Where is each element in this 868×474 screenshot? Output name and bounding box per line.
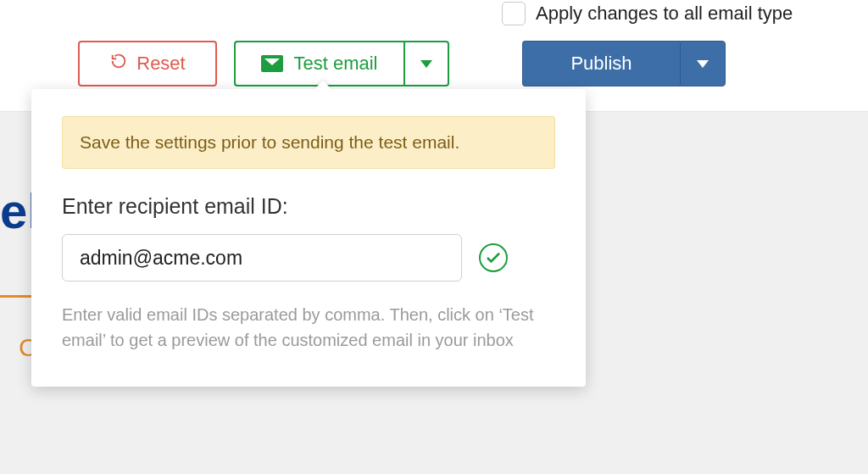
apply-all-row: Apply changes to all email type xyxy=(502,2,793,25)
publish-button[interactable]: Publish xyxy=(522,41,680,86)
chevron-down-icon xyxy=(697,60,709,68)
publish-group: Publish xyxy=(522,41,726,86)
publish-dropdown-button[interactable] xyxy=(680,41,726,86)
reset-button[interactable]: Reset xyxy=(78,41,217,86)
test-email-button[interactable]: Test email xyxy=(234,41,403,86)
apply-all-label: Apply changes to all email type xyxy=(536,3,793,25)
divider-orange xyxy=(0,295,31,298)
valid-check-icon xyxy=(479,243,508,272)
recipient-email-label: Enter recipient email ID: xyxy=(62,194,555,219)
test-email-popover: Save the settings prior to sending the t… xyxy=(31,89,586,387)
action-toolbar: Reset Test email Publish xyxy=(78,41,726,86)
envelope-icon xyxy=(261,55,283,72)
test-email-group: Test email xyxy=(234,41,449,86)
reset-button-label: Reset xyxy=(136,53,185,75)
apply-all-checkbox[interactable] xyxy=(502,2,526,25)
chevron-down-icon xyxy=(420,60,432,68)
partial-text-fragment: el xyxy=(0,182,36,242)
test-email-dropdown-button[interactable] xyxy=(403,41,449,86)
publish-button-label: Publish xyxy=(570,53,632,75)
popover-notice: Save the settings prior to sending the t… xyxy=(62,116,555,169)
reset-icon xyxy=(109,52,128,75)
recipient-email-row xyxy=(62,234,555,282)
test-email-button-label: Test email xyxy=(293,53,377,75)
recipient-email-helper: Enter valid email IDs separated by comma… xyxy=(62,302,555,353)
recipient-email-input[interactable] xyxy=(62,234,462,282)
